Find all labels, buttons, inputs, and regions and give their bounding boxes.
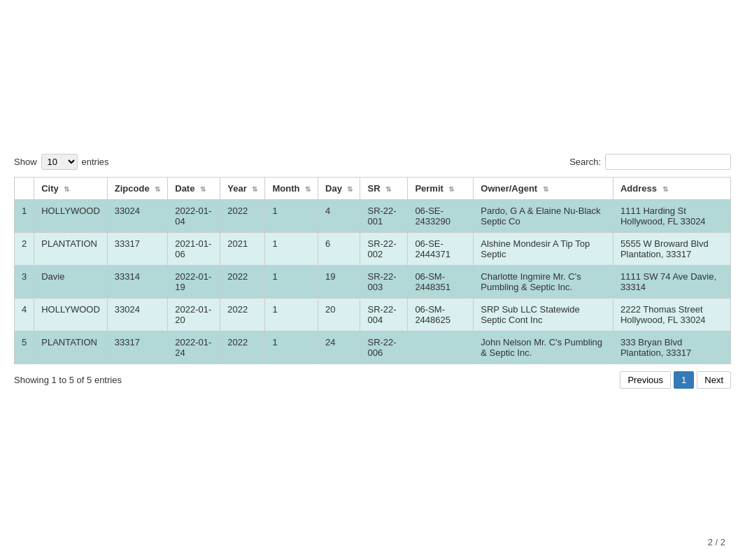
cell-year: 2022 [220,200,265,233]
show-label: Show [14,157,37,167]
cell-sr: SR-22-002 [360,233,408,266]
month-sort-icon: ⇅ [305,185,311,193]
col-day[interactable]: Day ⇅ [318,178,360,200]
cell-date: 2022-01-04 [168,200,220,233]
current-page[interactable]: 1 [674,371,694,389]
col-month[interactable]: Month ⇅ [265,178,318,200]
entries-select[interactable]: 10 25 50 100 [41,154,78,170]
col-permit[interactable]: Permit ⇅ [408,178,474,200]
showing-text: Showing 1 to 5 of 5 entries [14,375,122,385]
cell-owner_agent: Pardo, G A & Elaine Nu-Black Septic Co [474,200,613,233]
cell-day: 6 [318,233,360,266]
cell-city: HOLLYWOOD [34,200,108,233]
cell-date: 2022-01-19 [168,266,220,299]
cell-city: Davie [34,266,108,299]
cell-address: 2222 Thomas Street Hollywood, FL 33024 [613,299,730,331]
cell-year: 2022 [220,299,265,331]
cell-permit: 06-SM-2448351 [408,266,474,299]
col-sr[interactable]: SR ⇅ [360,178,408,200]
cell-owner_agent: SRP Sub LLC Statewide Septic Cont Inc [474,299,613,331]
search-input[interactable] [605,154,731,170]
cell-day: 20 [318,299,360,331]
cell-month: 1 [265,233,318,266]
entries-label: entries [82,157,109,167]
cell-day: 4 [318,200,360,233]
cell-num: 3 [15,266,34,299]
top-controls: Show 10 25 50 100 entries Search: [14,154,731,170]
cell-zipcode: 33317 [107,233,167,266]
show-entries: Show 10 25 50 100 entries [14,154,109,170]
cell-zipcode: 33317 [107,331,167,364]
cell-owner_agent: Alshine Mondesir A Tip Top Septic [474,233,613,266]
cell-address: 333 Bryan Blvd Plantation, 33317 [613,331,730,364]
table-row: 1HOLLYWOOD330242022-01-04202214SR-22-001… [15,200,731,233]
sr-sort-icon: ⇅ [385,185,391,193]
cell-year: 2022 [220,331,265,364]
cell-owner_agent: Charlotte Ingmire Mr. C's Pumbling & Sep… [474,266,613,299]
city-sort-icon: ⇅ [64,185,69,193]
next-button[interactable]: Next [697,371,731,389]
cell-date: 2021-01-06 [168,233,220,266]
previous-button[interactable]: Previous [620,371,671,389]
col-year[interactable]: Year ⇅ [220,178,265,200]
col-address[interactable]: Address ⇅ [613,178,730,200]
cell-month: 1 [265,266,318,299]
col-owner-agent[interactable]: Owner/Agent ⇅ [474,178,613,200]
cell-sr: SR-22-001 [360,200,408,233]
cell-address: 1111 Harding St Hollywood, FL 33024 [613,200,730,233]
cell-address: 1111 SW 74 Ave Davie, 33314 [613,266,730,299]
cell-num: 2 [15,233,34,266]
cell-day: 19 [318,266,360,299]
cell-owner_agent: John Nelson Mr. C's Pumbling & Septic In… [474,331,613,364]
cell-zipcode: 33024 [107,299,167,331]
cell-permit: 06-SE-2433290 [408,200,474,233]
cell-date: 2022-01-20 [168,299,220,331]
table-row: 4HOLLYWOOD330242022-01-202022120SR-22-00… [15,299,731,331]
cell-zipcode: 33314 [107,266,167,299]
cell-num: 1 [15,200,34,233]
table-body: 1HOLLYWOOD330242022-01-04202214SR-22-001… [15,200,731,364]
cell-address: 5555 W Broward Blvd Plantation, 33317 [613,233,730,266]
cell-month: 1 [265,331,318,364]
col-zipcode[interactable]: Zipcode ⇅ [107,178,167,200]
permit-sort-icon: ⇅ [448,185,454,193]
cell-month: 1 [265,200,318,233]
cell-sr: SR-22-006 [360,331,408,364]
cell-city: PLANTATION [34,233,108,266]
cell-permit: 06-SM-2448625 [408,299,474,331]
col-num [15,178,34,200]
cell-date: 2022-01-24 [168,331,220,364]
cell-year: 2022 [220,266,265,299]
cell-month: 1 [265,299,318,331]
cell-sr: SR-22-004 [360,299,408,331]
col-city[interactable]: City ⇅ [34,178,108,200]
search-area: Search: [569,154,731,170]
cell-year: 2021 [220,233,265,266]
address-sort-icon: ⇅ [662,185,668,193]
cell-sr: SR-22-003 [360,266,408,299]
col-date[interactable]: Date ⇅ [168,178,220,200]
data-table: City ⇅ Zipcode ⇅ Date ⇅ Year ⇅ Month ⇅ D… [14,177,731,364]
zipcode-sort-icon: ⇅ [155,185,160,193]
cell-zipcode: 33024 [107,200,167,233]
pagination: Previous 1 Next [620,371,731,389]
cell-permit [408,331,474,364]
cell-city: HOLLYWOOD [34,299,108,331]
cell-city: PLANTATION [34,331,108,364]
table-row: 3Davie333142022-01-192022119SR-22-00306-… [15,266,731,299]
cell-permit: 06-SE-2444371 [408,233,474,266]
bottom-controls: Showing 1 to 5 of 5 entries Previous 1 N… [14,371,731,389]
table-header-row: City ⇅ Zipcode ⇅ Date ⇅ Year ⇅ Month ⇅ D… [15,178,731,200]
cell-num: 5 [15,331,34,364]
cell-day: 24 [318,331,360,364]
owner-sort-icon: ⇅ [543,185,548,193]
year-sort-icon: ⇅ [252,185,257,193]
day-sort-icon: ⇅ [347,185,353,193]
search-label: Search: [569,157,601,167]
date-sort-icon: ⇅ [200,185,206,193]
table-row: 5PLANTATION333172022-01-242022124SR-22-0… [15,331,731,364]
cell-num: 4 [15,299,34,331]
table-row: 2PLANTATION333172021-01-06202116SR-22-00… [15,233,731,266]
